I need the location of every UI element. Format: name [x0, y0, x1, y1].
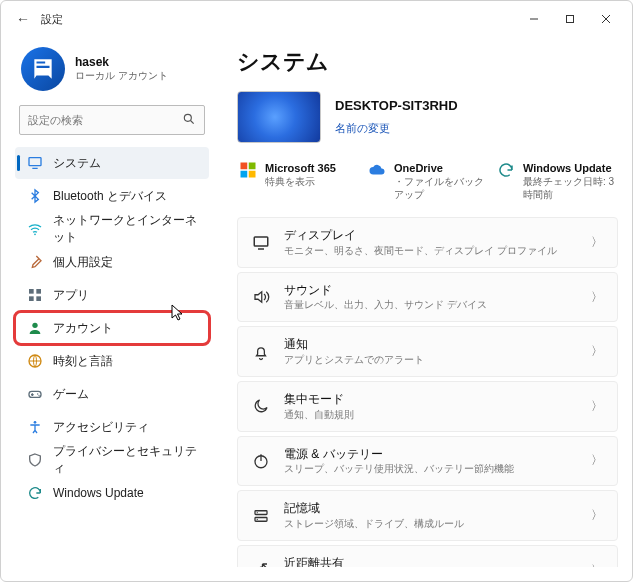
- promo-title: OneDrive: [394, 161, 487, 175]
- sidebar-item-label: アクセシビリティ: [53, 419, 149, 436]
- back-button[interactable]: ←: [9, 11, 37, 27]
- svg-point-31: [257, 512, 258, 513]
- sidebar-item-network[interactable]: ネットワークとインターネット: [15, 213, 209, 245]
- promo-onedrive[interactable]: OneDrive ・ファイルをバックアップ: [366, 157, 489, 205]
- brush-icon: [27, 254, 43, 270]
- m365-icon: [239, 161, 257, 179]
- bell-icon: [252, 343, 270, 361]
- svg-rect-9: [29, 289, 34, 294]
- cloud-icon: [368, 161, 386, 179]
- row-title: 集中モード: [284, 392, 577, 408]
- settings-row-power[interactable]: 電源 & バッテリー スリープ、バッテリ使用状況、バッテリー節約機能 〉: [237, 436, 618, 487]
- svg-rect-1: [567, 16, 574, 23]
- pc-rename-link[interactable]: 名前の変更: [335, 121, 458, 136]
- svg-point-18: [37, 393, 38, 394]
- svg-point-19: [38, 395, 39, 396]
- page-title: システム: [237, 37, 618, 91]
- power-icon: [252, 452, 270, 470]
- row-subtitle: 音量レベル、出力、入力、サウンド デバイス: [284, 298, 577, 311]
- window-title: 設定: [41, 12, 516, 27]
- user-name: hasek: [75, 55, 168, 69]
- svg-rect-25: [254, 237, 268, 246]
- chevron-right-icon: 〉: [591, 343, 603, 360]
- sidebar-item-apps[interactable]: アプリ: [15, 279, 209, 311]
- sidebar-item-personalize[interactable]: 個人用設定: [15, 246, 209, 278]
- promo-sub: ・ファイルをバックアップ: [394, 175, 487, 201]
- sidebar-item-system[interactable]: システム: [15, 147, 209, 179]
- svg-rect-22: [249, 163, 256, 170]
- chevron-right-icon: 〉: [591, 507, 603, 524]
- sidebar-item-label: 個人用設定: [53, 254, 113, 271]
- apps-icon: [27, 287, 43, 303]
- promo-wu[interactable]: Windows Update 最終チェック日時: 3 時間前: [495, 157, 618, 205]
- svg-point-4: [184, 114, 191, 121]
- pc-name: DESKTOP-SIT3RHD: [335, 98, 458, 113]
- pc-thumbnail: [237, 91, 321, 143]
- bt-icon: [27, 188, 43, 204]
- sync-icon: [497, 161, 515, 179]
- storage-icon: [252, 507, 270, 525]
- promo-title: Microsoft 365: [265, 161, 336, 175]
- share-icon: [252, 561, 270, 567]
- monitor-icon: [252, 234, 270, 252]
- chevron-right-icon: 〉: [591, 234, 603, 251]
- sidebar-item-update[interactable]: Windows Update: [15, 477, 209, 509]
- sidebar-item-time[interactable]: 時刻と言語: [15, 345, 209, 377]
- sidebar-item-bluetooth[interactable]: Bluetooth とデバイス: [15, 180, 209, 212]
- svg-rect-10: [36, 289, 41, 294]
- row-title: 記憶域: [284, 501, 577, 517]
- monitor-icon: [27, 155, 43, 171]
- row-subtitle: スリープ、バッテリ使用状況、バッテリー節約機能: [284, 462, 577, 475]
- settings-row-focus[interactable]: 集中モード 通知、自動規則 〉: [237, 381, 618, 432]
- sidebar-item-label: ネットワークとインターネット: [53, 212, 199, 246]
- row-title: ディスプレイ: [284, 228, 577, 244]
- settings-row-display[interactable]: ディスプレイ モニター、明るさ、夜間モード、ディスプレイ プロファイル 〉: [237, 217, 618, 268]
- shield-icon: [27, 452, 43, 468]
- sidebar-item-label: Windows Update: [53, 486, 144, 500]
- settings-row-sound[interactable]: サウンド 音量レベル、出力、入力、サウンド デバイス 〉: [237, 272, 618, 323]
- maximize-button[interactable]: [552, 5, 588, 33]
- row-subtitle: モニター、明るさ、夜間モード、ディスプレイ プロファイル: [284, 244, 577, 257]
- minimize-button[interactable]: [516, 5, 552, 33]
- sidebar-item-label: 時刻と言語: [53, 353, 113, 370]
- sidebar-item-label: システム: [53, 155, 101, 172]
- moon-icon: [252, 397, 270, 415]
- chevron-right-icon: 〉: [591, 398, 603, 415]
- svg-rect-21: [241, 163, 248, 170]
- sidebar-item-privacy[interactable]: プライバシーとセキュリティ: [15, 444, 209, 476]
- svg-rect-23: [241, 171, 248, 178]
- sidebar-item-accessibility[interactable]: アクセシビリティ: [15, 411, 209, 443]
- close-button[interactable]: [588, 5, 624, 33]
- wifi-icon: [27, 221, 43, 237]
- row-title: 近距離共有: [284, 556, 577, 567]
- svg-rect-6: [29, 158, 41, 166]
- svg-point-32: [257, 518, 258, 519]
- sidebar-item-label: ゲーム: [53, 386, 89, 403]
- svg-rect-12: [36, 296, 41, 301]
- avatar: [21, 47, 65, 91]
- search-input[interactable]: [28, 114, 182, 126]
- search-box[interactable]: [19, 105, 205, 135]
- row-subtitle: 通知、自動規則: [284, 408, 577, 421]
- svg-point-20: [34, 421, 37, 424]
- person-icon: [27, 320, 43, 336]
- svg-rect-11: [29, 296, 34, 301]
- user-block[interactable]: hasek ローカル アカウント: [15, 37, 209, 105]
- chevron-right-icon: 〉: [591, 289, 603, 306]
- svg-rect-24: [249, 171, 256, 178]
- sidebar-item-label: Bluetooth とデバイス: [53, 188, 167, 205]
- chevron-right-icon: 〉: [591, 562, 603, 567]
- promo-m365[interactable]: Microsoft 365 特典を表示: [237, 157, 360, 205]
- promo-title: Windows Update: [523, 161, 616, 175]
- settings-row-notify[interactable]: 通知 アプリとシステムでのアラート 〉: [237, 326, 618, 377]
- sidebar-item-accounts[interactable]: アカウント: [15, 312, 209, 344]
- sidebar-item-gaming[interactable]: ゲーム: [15, 378, 209, 410]
- settings-row-share[interactable]: 近距離共有 見つけやすさ、受信ファイルの場所 〉: [237, 545, 618, 567]
- svg-point-8: [34, 233, 36, 235]
- settings-row-storage[interactable]: 記憶域 ストレージ領域、ドライブ、構成ルール 〉: [237, 490, 618, 541]
- sync-icon: [27, 485, 43, 501]
- game-icon: [27, 386, 43, 402]
- user-subline: ローカル アカウント: [75, 69, 168, 83]
- sidebar-item-label: プライバシーとセキュリティ: [53, 443, 199, 477]
- search-icon: [182, 112, 196, 129]
